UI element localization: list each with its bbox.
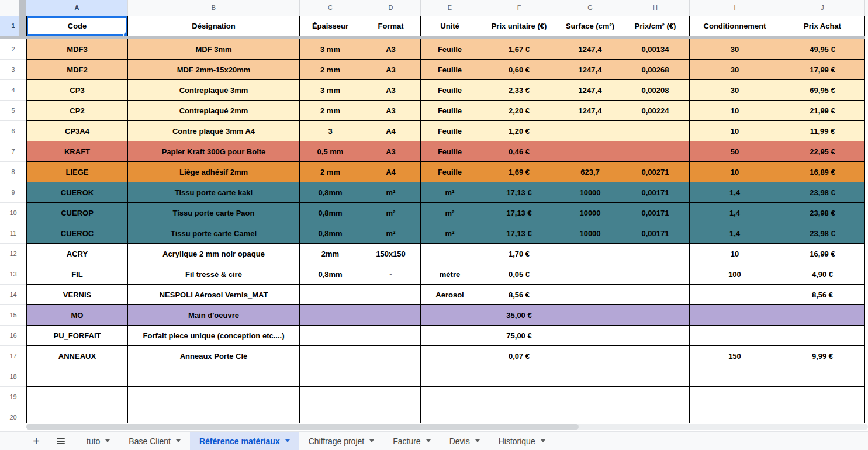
cell-B13[interactable]: Fil tressé & ciré bbox=[128, 264, 300, 285]
row-header-18[interactable]: 18 bbox=[0, 366, 26, 387]
cell-G15[interactable] bbox=[559, 305, 621, 326]
cell-F4[interactable]: 2,33 € bbox=[479, 80, 559, 101]
cell-J18[interactable] bbox=[780, 366, 865, 387]
cell-G2[interactable]: 1247,4 bbox=[559, 39, 621, 60]
row-header-13[interactable]: 13 bbox=[0, 264, 26, 285]
cell-H8[interactable]: 0,00271 bbox=[621, 162, 690, 182]
cell-B3[interactable]: MDF 2mm-15x20mm bbox=[128, 60, 300, 80]
cell-J8[interactable]: 16,89 € bbox=[780, 162, 865, 182]
column-header-H[interactable]: H bbox=[621, 0, 690, 16]
row-header-17[interactable]: 17 bbox=[0, 346, 26, 366]
cell-J3[interactable]: 17,99 € bbox=[780, 60, 865, 80]
cell-E4[interactable]: Feuille bbox=[421, 80, 479, 101]
cell-F10[interactable]: 17,13 € bbox=[479, 203, 559, 223]
cell-C3[interactable]: 2 mm bbox=[300, 60, 361, 80]
cell-E3[interactable]: Feuille bbox=[421, 60, 479, 80]
row-header-6[interactable]: 6 bbox=[0, 121, 26, 141]
tab-dropdown-arrow-icon[interactable] bbox=[426, 439, 431, 442]
cell-H4[interactable]: 0,00208 bbox=[621, 80, 690, 101]
cell-C5[interactable]: 2 mm bbox=[300, 101, 361, 121]
cell-F18[interactable] bbox=[479, 366, 559, 387]
cell-J11[interactable]: 23,98 € bbox=[780, 223, 865, 244]
cell-B11[interactable]: Tissu porte carte Camel bbox=[128, 223, 300, 244]
cell-C16[interactable] bbox=[300, 326, 361, 346]
cell-A3[interactable]: MDF2 bbox=[26, 60, 128, 80]
cell-G4[interactable]: 1247,4 bbox=[559, 80, 621, 101]
cell-E1[interactable]: Unité bbox=[421, 16, 479, 36]
cell-E14[interactable]: Aerosol bbox=[421, 285, 479, 305]
cell-H13[interactable] bbox=[621, 264, 690, 285]
cell-H9[interactable]: 0,00171 bbox=[621, 182, 690, 203]
cell-H10[interactable]: 0,00171 bbox=[621, 203, 690, 223]
cell-A11[interactable]: CUEROC bbox=[26, 223, 128, 244]
cell-C4[interactable]: 3 mm bbox=[300, 80, 361, 101]
cell-I20[interactable] bbox=[690, 407, 780, 423]
cell-J16[interactable] bbox=[780, 326, 865, 346]
cell-F12[interactable]: 1,70 € bbox=[479, 244, 559, 264]
cell-E5[interactable]: Feuille bbox=[421, 101, 479, 121]
cell-F17[interactable]: 0,07 € bbox=[479, 346, 559, 366]
cell-H16[interactable] bbox=[621, 326, 690, 346]
cell-C15[interactable] bbox=[300, 305, 361, 326]
cell-A13[interactable]: FIL bbox=[26, 264, 128, 285]
cell-D5[interactable]: A3 bbox=[361, 101, 421, 121]
cell-B4[interactable]: Contreplaqué 3mm bbox=[128, 80, 300, 101]
row-header-12[interactable]: 12 bbox=[0, 244, 26, 264]
cell-H3[interactable]: 0,00268 bbox=[621, 60, 690, 80]
cell-D12[interactable]: 150x150 bbox=[361, 244, 421, 264]
tab-dropdown-arrow-icon[interactable] bbox=[176, 439, 181, 442]
cell-G9[interactable]: 10000 bbox=[559, 182, 621, 203]
cell-F2[interactable]: 1,67 € bbox=[479, 39, 559, 60]
cell-F7[interactable]: 0,46 € bbox=[479, 141, 559, 162]
row-header-14[interactable]: 14 bbox=[0, 285, 26, 305]
tab-dropdown-arrow-icon[interactable] bbox=[541, 439, 545, 442]
cell-D15[interactable] bbox=[361, 305, 421, 326]
cell-D4[interactable]: A3 bbox=[361, 80, 421, 101]
cell-E8[interactable]: Feuille bbox=[421, 162, 479, 182]
cell-A18[interactable] bbox=[26, 366, 128, 387]
cell-G3[interactable]: 1247,4 bbox=[559, 60, 621, 80]
cell-A10[interactable]: CUEROP bbox=[26, 203, 128, 223]
cell-A17[interactable]: ANNEAUX bbox=[26, 346, 128, 366]
cell-I14[interactable] bbox=[690, 285, 780, 305]
row-header-8[interactable]: 8 bbox=[0, 162, 26, 182]
cell-A14[interactable]: VERNIS bbox=[26, 285, 128, 305]
cell-H20[interactable] bbox=[621, 407, 690, 423]
column-header-J[interactable]: J bbox=[780, 0, 865, 16]
cell-E7[interactable]: Feuille bbox=[421, 141, 479, 162]
cell-B9[interactable]: Tissu porte carte kaki bbox=[128, 182, 300, 203]
cell-B1[interactable]: Désignation bbox=[128, 16, 300, 36]
cell-H7[interactable] bbox=[621, 141, 690, 162]
cell-J20[interactable] bbox=[780, 407, 865, 423]
cell-J6[interactable]: 11,99 € bbox=[780, 121, 865, 141]
cell-A15[interactable]: MO bbox=[26, 305, 128, 326]
cell-I19[interactable] bbox=[690, 387, 780, 407]
tab-facture[interactable]: Facture bbox=[383, 432, 440, 450]
cell-B19[interactable] bbox=[128, 387, 300, 407]
row-header-3[interactable]: 3 bbox=[0, 60, 26, 80]
cell-F9[interactable]: 17,13 € bbox=[479, 182, 559, 203]
cell-J13[interactable]: 4,90 € bbox=[780, 264, 865, 285]
cell-G12[interactable] bbox=[559, 244, 621, 264]
cell-C11[interactable]: 0,8mm bbox=[300, 223, 361, 244]
selection-fill-handle[interactable] bbox=[123, 32, 128, 36]
cell-D13[interactable]: - bbox=[361, 264, 421, 285]
cell-F20[interactable] bbox=[479, 407, 559, 423]
cell-D19[interactable] bbox=[361, 387, 421, 407]
cell-E15[interactable] bbox=[421, 305, 479, 326]
cell-B12[interactable]: Acrylique 2 mm noir opaque bbox=[128, 244, 300, 264]
cell-E10[interactable]: m² bbox=[421, 203, 479, 223]
cell-H15[interactable] bbox=[621, 305, 690, 326]
tab-devis[interactable]: Devis bbox=[440, 432, 489, 450]
cell-A19[interactable] bbox=[26, 387, 128, 407]
cell-J9[interactable]: 23,98 € bbox=[780, 182, 865, 203]
cell-B17[interactable]: Anneaux Porte Clé bbox=[128, 346, 300, 366]
cell-I17[interactable]: 150 bbox=[690, 346, 780, 366]
cell-G16[interactable] bbox=[559, 326, 621, 346]
cell-I7[interactable]: 50 bbox=[690, 141, 780, 162]
row-header-11[interactable]: 11 bbox=[0, 223, 26, 244]
cell-G18[interactable] bbox=[559, 366, 621, 387]
cell-B6[interactable]: Contre plaqué 3mm A4 bbox=[128, 121, 300, 141]
cell-A2[interactable]: MDF3 bbox=[26, 39, 128, 60]
cell-D3[interactable]: A3 bbox=[361, 60, 421, 80]
